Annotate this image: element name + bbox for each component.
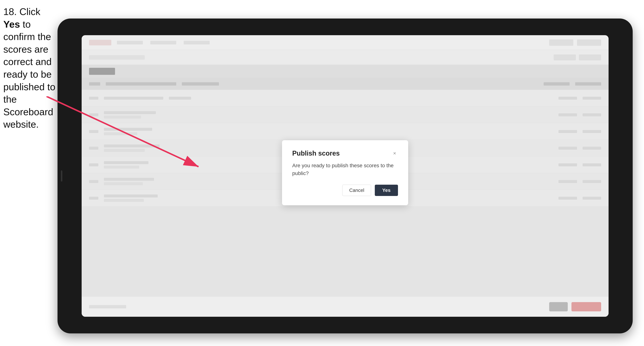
modal-header: Publish scores ×: [292, 150, 398, 157]
step-number: 18.: [3, 6, 17, 17]
modal-dialog: Publish scores × Are you ready to publis…: [282, 140, 408, 205]
tablet-device: Publish scores × Are you ready to publis…: [58, 18, 633, 334]
instruction-part2: to confirm the scores are correct and re…: [3, 19, 55, 130]
instruction-part1: Click: [17, 6, 40, 17]
yes-button[interactable]: Yes: [375, 185, 398, 196]
cancel-button[interactable]: Cancel: [342, 185, 371, 196]
modal-title: Publish scores: [292, 150, 340, 157]
instruction-text: 18. Click Yes to confirm the scores are …: [3, 5, 57, 131]
instruction-bold: Yes: [3, 19, 20, 30]
modal-footer: Cancel Yes: [292, 185, 398, 196]
modal-body-text: Are you ready to publish these scores to…: [292, 162, 398, 177]
modal-close-button[interactable]: ×: [391, 150, 398, 157]
tablet-screen: Publish scores × Are you ready to publis…: [82, 35, 608, 317]
